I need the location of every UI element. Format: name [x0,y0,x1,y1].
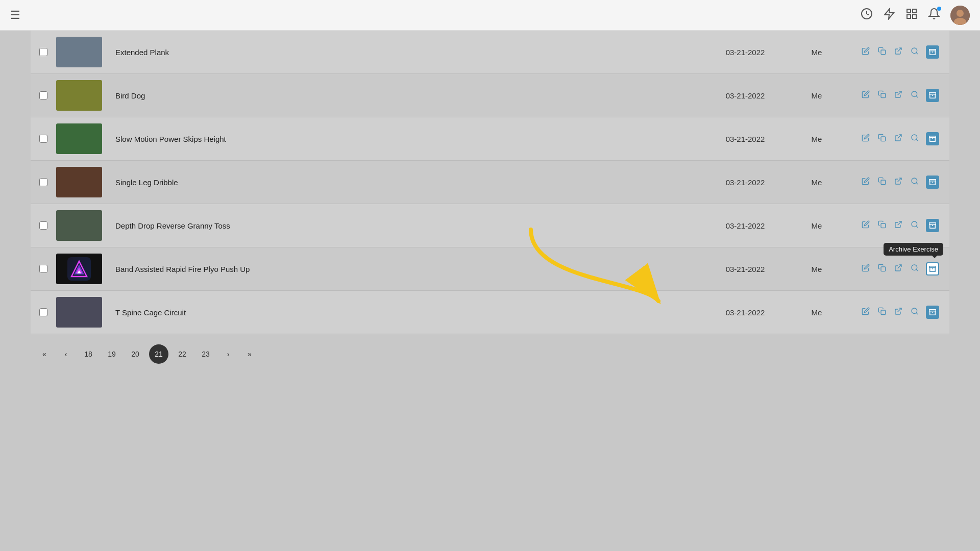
search-icon[interactable] [910,89,920,102]
exercise-name: Extended Plank [107,48,704,57]
prev-page-button[interactable]: ‹ [57,345,75,363]
table-row: Depth Drop Reverse Granny Toss 03-21-202… [31,204,949,247]
svg-point-29 [912,178,917,184]
external-link-icon[interactable] [893,133,903,145]
archive-exercise-button[interactable] [926,176,939,189]
svg-rect-31 [929,180,936,181]
svg-point-52 [912,308,917,314]
exercise-owner: Me [786,221,847,230]
hamburger-menu-icon[interactable]: ☰ [10,9,20,22]
row-checkbox[interactable] [39,308,47,316]
exercise-actions [847,45,949,59]
search-icon[interactable] [910,263,920,275]
external-link-icon[interactable] [893,176,903,188]
copy-icon[interactable] [877,176,887,188]
archive-exercise-button[interactable] [926,45,939,59]
svg-rect-3 [913,9,916,13]
search-icon[interactable] [910,133,920,145]
lightning-icon[interactable] [883,8,895,22]
pagination: « ‹ 181920212223 › » [31,334,949,374]
history-icon[interactable] [861,8,873,22]
external-link-icon[interactable] [893,306,903,318]
page-22-button[interactable]: 22 [173,344,192,364]
archive-button-wrapper: Archive Exercise [926,262,939,276]
row-checkbox-col [31,265,56,273]
avatar[interactable] [950,6,970,25]
edit-icon[interactable] [861,89,871,102]
svg-point-46 [912,265,917,270]
page-20-button[interactable]: 20 [126,344,145,364]
exercise-thumbnail [56,80,107,111]
edit-icon[interactable] [861,176,871,188]
copy-icon[interactable] [877,263,887,275]
exercise-list: Extended Plank 03-21-2022 Me [31,31,949,334]
edit-icon[interactable] [861,46,871,58]
svg-marker-1 [885,9,894,19]
archive-exercise-button[interactable] [926,89,939,102]
copy-icon[interactable] [877,89,887,102]
svg-rect-48 [929,266,936,268]
row-checkbox[interactable] [39,178,47,186]
svg-line-36 [916,226,918,228]
copy-icon[interactable] [877,306,887,318]
nav-left: ☰ [10,9,20,22]
exercise-owner: Me [786,178,847,187]
first-page-button[interactable]: « [36,345,53,363]
edit-icon[interactable] [861,133,871,145]
archive-exercise-button[interactable] [926,262,939,276]
edit-icon[interactable] [861,263,871,275]
row-checkbox[interactable] [39,91,47,99]
page-18-button[interactable]: 18 [79,344,98,364]
svg-rect-2 [907,9,911,13]
external-link-icon[interactable] [893,89,903,102]
page-19-button[interactable]: 19 [102,344,121,364]
search-icon[interactable] [910,306,920,318]
nav-right [861,6,970,25]
row-checkbox[interactable] [39,265,47,273]
page-21-button[interactable]: 21 [149,344,168,364]
search-icon[interactable] [910,46,920,58]
svg-rect-33 [881,223,886,228]
svg-line-34 [898,221,901,225]
grid-icon[interactable] [905,8,918,22]
edit-icon[interactable] [861,219,871,232]
page-23-button[interactable]: 23 [196,344,215,364]
search-icon[interactable] [910,176,920,188]
external-link-icon[interactable] [893,219,903,232]
external-link-icon[interactable] [893,263,903,275]
svg-point-23 [912,135,917,140]
exercise-actions [847,219,949,232]
exercise-name: Slow Motion Power Skips Height [107,135,704,143]
archive-exercise-button[interactable] [926,219,939,232]
table-row: Bird Dog 03-21-2022 Me [31,74,949,117]
svg-line-18 [916,96,918,97]
row-checkbox[interactable] [39,48,47,56]
external-link-icon[interactable] [893,46,903,58]
archive-exercise-button[interactable] [926,132,939,145]
copy-icon[interactable] [877,219,887,232]
exercise-date: 03-21-2022 [704,135,786,143]
row-checkbox[interactable] [39,221,47,230]
table-row: Single Leg Dribble 03-21-2022 Me [31,161,949,204]
search-icon[interactable] [910,219,920,232]
exercise-thumbnail [56,297,107,328]
edit-icon[interactable] [861,306,871,318]
exercise-name: Depth Drop Reverse Granny Toss [107,221,704,230]
exercise-actions [847,132,949,145]
exercise-actions [847,176,949,189]
exercise-owner: Me [786,135,847,143]
copy-icon[interactable] [877,133,887,145]
bell-icon[interactable] [928,8,940,22]
exercise-actions [847,89,949,102]
copy-icon[interactable] [877,46,887,58]
exercise-date: 03-21-2022 [704,48,786,57]
table-row: Band Assisted Rapid Fire Plyo Push Up 03… [31,247,949,291]
svg-rect-54 [929,310,936,311]
row-checkbox[interactable] [39,135,47,143]
archive-exercise-button[interactable] [926,306,939,319]
svg-rect-13 [929,49,936,51]
next-page-button[interactable]: › [219,345,237,363]
svg-point-17 [912,91,917,97]
svg-rect-25 [929,136,936,138]
last-page-button[interactable]: » [241,345,258,363]
